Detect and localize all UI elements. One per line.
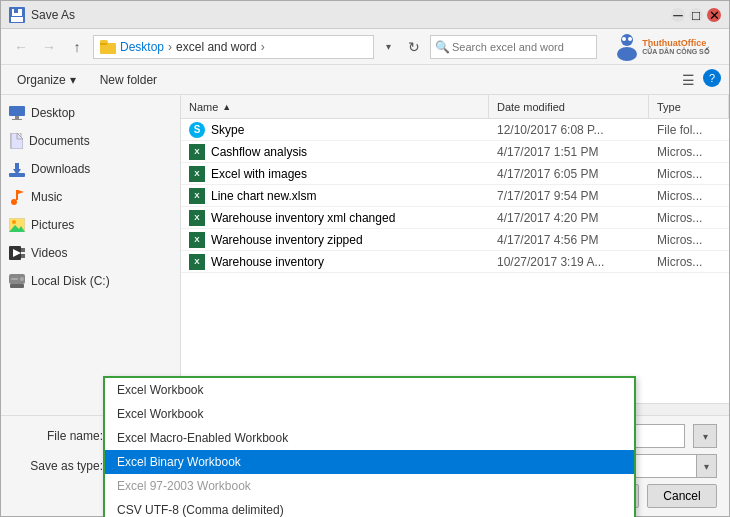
svg-rect-30 [11,278,18,280]
svg-point-21 [12,220,16,224]
refresh-button[interactable]: ↻ [402,35,426,59]
svg-rect-3 [11,17,23,22]
file-name-cell: X Cashflow analysis [181,141,489,162]
dropdown-item-excel-binary[interactable]: Excel Binary Workbook [105,450,634,474]
search-wrapper: 🔍 [430,35,597,59]
svg-rect-5 [100,43,107,45]
sidebar-pictures-label: Pictures [31,218,74,232]
back-button[interactable]: ← [9,35,33,59]
breadcrumb: Desktop › excel and word › [93,35,374,59]
breadcrumb-desktop[interactable]: Desktop [120,40,164,54]
file-name-cell: X Line chart new.xlsm [181,185,489,206]
music-icon [9,189,25,205]
sidebar-item-videos[interactable]: Videos [1,239,180,267]
search-input[interactable] [452,41,592,53]
sidebar-desktop-label: Desktop [31,106,75,120]
svg-rect-10 [9,106,25,116]
file-name-cell: X Excel with images [181,163,489,184]
excel-icon: X [189,144,205,160]
col-header-type[interactable]: Type [649,95,729,118]
logo-text: ThuthuatOffice CỦA DÂN CÔNG SỐ [642,38,710,56]
file-row[interactable]: X Warehouse inventory xml changed 4/17/2… [181,207,729,229]
breadcrumb-sep2: › [261,40,265,54]
breadcrumb-folder[interactable]: excel and word [176,40,257,54]
organize-button[interactable]: Organize ▾ [9,69,84,91]
dropdown-item-excel-macro[interactable]: Excel Macro-Enabled Workbook [105,426,634,450]
organize-label: Organize [17,73,66,87]
up-button[interactable]: ↑ [65,35,89,59]
sidebar-item-desktop[interactable]: Desktop [1,99,180,127]
svg-rect-12 [12,119,22,120]
forward-button[interactable]: → [37,35,61,59]
view-toggle-button[interactable]: ☰ [677,69,699,91]
svg-point-9 [628,37,632,41]
file-row[interactable]: X Excel with images 4/17/2017 6:05 PM Mi… [181,163,729,185]
sidebar-music-label: Music [31,190,62,204]
sidebar-item-music[interactable]: Music [1,183,180,211]
dropdown-item-excel-97[interactable]: Excel 97-2003 Workbook [105,474,634,498]
nav-bar: ← → ↑ Desktop › excel and word › ▾ ↻ 🔍 [1,29,729,65]
disk-icon [9,274,25,288]
svg-rect-26 [21,254,25,258]
window-title: Save As [31,8,75,22]
file-row[interactable]: X Line chart new.xlsm 7/17/2017 9:54 PM … [181,185,729,207]
col-header-name[interactable]: Name ▲ [181,95,489,118]
desktop-icon [9,106,25,120]
save-icon [9,7,25,23]
sidebar-local-disk-label: Local Disk (C:) [31,274,110,288]
skype-icon: S [189,122,205,138]
sidebar-item-documents[interactable]: Documents [1,127,180,155]
svg-point-8 [622,37,626,41]
col-header-date[interactable]: Date modified [489,95,649,118]
organize-arrow: ▾ [70,73,76,87]
file-list-body: S Skype 12/10/2017 6:08 P... File fol...… [181,119,729,403]
file-row[interactable]: X Cashflow analysis 4/17/2017 1:51 PM Mi… [181,141,729,163]
excel-icon: X [189,166,205,182]
title-bar: Save As ─ □ ✕ [1,1,729,29]
breadcrumb-sep1: › [168,40,172,54]
sidebar-documents-label: Documents [29,134,90,148]
maximize-button[interactable]: □ [689,8,703,22]
save-as-dialog: Save As ─ □ ✕ ← → ↑ Desktop › excel and … [0,0,730,517]
videos-icon [9,246,25,260]
dropdown-item-excel-workbook-1[interactable]: Excel Workbook [105,378,634,402]
excel-icon: X [189,254,205,270]
svg-rect-25 [21,248,25,252]
file-row[interactable]: X Warehouse inventory zipped 4/17/2017 4… [181,229,729,251]
file-row[interactable]: S Skype 12/10/2017 6:08 P... File fol... [181,119,729,141]
file-name-dropdown-button[interactable]: ▾ [693,424,717,448]
sidebar-item-pictures[interactable]: Pictures [1,211,180,239]
sidebar-downloads-label: Downloads [31,162,90,176]
file-list: Name ▲ Date modified Type S Skype [181,95,729,415]
save-as-type-arrow[interactable]: ▾ [696,455,716,477]
file-name-cell: X Warehouse inventory [181,251,489,272]
svg-rect-18 [16,190,18,200]
file-name-cell: S Skype [181,119,489,140]
sidebar-item-local-disk[interactable]: Local Disk (C:) [1,267,180,295]
sidebar: Desktop Documents Downloads [1,95,181,415]
new-folder-button[interactable]: New folder [92,69,165,91]
svg-rect-11 [15,116,19,119]
dropdown-item-excel-workbook-2[interactable]: Excel Workbook [105,402,634,426]
help-button[interactable]: ? [703,69,721,87]
view-icons: ☰ ? [677,69,721,91]
close-button[interactable]: ✕ [707,8,721,22]
sort-asc-icon: ▲ [222,102,231,112]
dropdown-item-csv-utf8[interactable]: CSV UTF-8 (Comma delimited) [105,498,634,517]
svg-rect-2 [14,9,18,13]
documents-icon [9,133,23,149]
cancel-button[interactable]: Cancel [647,484,717,508]
minimize-button[interactable]: ─ [671,8,685,22]
save-type-dropdown: Excel Workbook Excel Workbook Excel Macr… [103,376,636,517]
title-bar-left: Save As [9,7,75,23]
svg-rect-16 [15,163,19,170]
file-name-label: File name: [13,429,103,443]
sidebar-item-downloads[interactable]: Downloads [1,155,180,183]
breadcrumb-dropdown-button[interactable]: ▾ [378,35,398,59]
logo-area: ThuthuatOffice CỦA DÂN CÔNG SỐ [601,29,721,65]
save-as-type-label: Save as type: [13,459,103,473]
sidebar-videos-label: Videos [31,246,67,260]
downloads-icon [9,161,25,177]
file-row[interactable]: X Warehouse inventory 10/27/2017 3:19 A.… [181,251,729,273]
excel-icon: X [189,232,205,248]
